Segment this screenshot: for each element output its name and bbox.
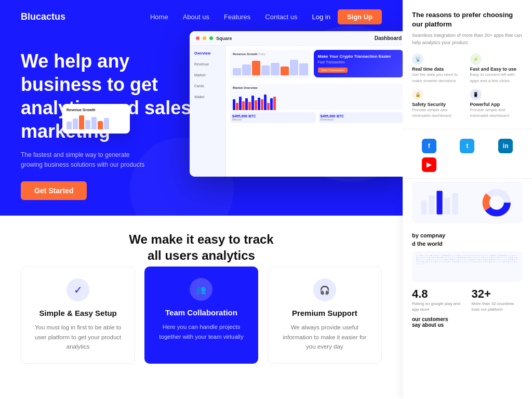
app-desc: Provide simple and minimalist dashboard bbox=[470, 107, 523, 118]
linkedin-icon: in bbox=[498, 139, 513, 153]
world-dot bbox=[451, 257, 453, 259]
main-section: Blucactus Home About us Features Contact… bbox=[0, 0, 403, 399]
get-started-button[interactable]: Get Started bbox=[21, 181, 87, 200]
feature-card-1: ✓ Simple & Easy Setup You must log in fi… bbox=[21, 267, 135, 363]
world-dot bbox=[429, 261, 430, 263]
stat-countries-value: 32+ bbox=[472, 287, 523, 301]
world-dot bbox=[429, 255, 430, 257]
world-dot bbox=[516, 257, 517, 259]
navbar: Blucactus Home About us Features Contact… bbox=[0, 0, 403, 34]
svg-rect-2 bbox=[436, 191, 442, 215]
world-dot bbox=[491, 255, 493, 257]
world-dot bbox=[420, 259, 422, 261]
world-dot bbox=[506, 261, 507, 263]
nav-contact[interactable]: Contact us bbox=[265, 13, 297, 21]
world-dot bbox=[512, 255, 513, 257]
feature-title-2: Team Collaboration bbox=[154, 308, 248, 317]
feature-icon-1: ✓ bbox=[66, 278, 89, 301]
social-youtube[interactable]: ▶ bbox=[412, 157, 446, 172]
world-dot bbox=[499, 255, 501, 257]
feature-title-1: Simple & Easy Setup bbox=[31, 309, 125, 317]
sidebar-item-revenue[interactable]: Revenue bbox=[193, 61, 222, 68]
world-dot bbox=[501, 259, 503, 261]
world-dot bbox=[416, 255, 418, 257]
world-dot bbox=[447, 257, 449, 259]
world-dot bbox=[460, 255, 461, 257]
world-dot bbox=[462, 261, 463, 263]
world-dot bbox=[451, 259, 453, 261]
sidebar-item-overview[interactable]: Overview bbox=[193, 50, 222, 57]
wallet-card-1: $495,900 BTC Bitcoin bbox=[230, 112, 316, 123]
crypto-cta[interactable]: Start Transaction bbox=[318, 68, 348, 73]
youtube-icon: ▶ bbox=[422, 157, 436, 172]
world-dot bbox=[437, 255, 438, 257]
world-dot bbox=[485, 259, 486, 261]
world-dot bbox=[506, 257, 507, 259]
world-dot bbox=[460, 261, 461, 263]
world-dot bbox=[418, 263, 420, 265]
world-dot bbox=[437, 261, 438, 263]
world-dot bbox=[458, 255, 459, 257]
brand-logo: Blucactus bbox=[21, 11, 65, 22]
nav-about[interactable]: About us bbox=[183, 13, 209, 21]
world-dot bbox=[474, 257, 476, 259]
stats-row: 4.8 Rating on google play and app store … bbox=[412, 287, 523, 312]
world-dot bbox=[445, 259, 447, 261]
nav-features[interactable]: Features bbox=[224, 13, 250, 21]
login-link[interactable]: Log in bbox=[312, 13, 330, 21]
world-dot bbox=[501, 255, 503, 257]
world-dot bbox=[447, 255, 449, 257]
world-dot bbox=[470, 255, 472, 257]
right-features-list: 📡 Real time data Get the data you need t… bbox=[412, 54, 523, 118]
world-dot bbox=[466, 259, 468, 261]
world-dot bbox=[514, 257, 515, 259]
world-dot bbox=[478, 259, 480, 261]
sidebar-item-cards[interactable]: Cards bbox=[193, 83, 222, 89]
world-dot bbox=[478, 255, 480, 257]
nav-home[interactable]: Home bbox=[150, 13, 168, 21]
preview-chart-svg bbox=[416, 186, 518, 219]
world-dot bbox=[449, 255, 451, 257]
realtime-desc: Get the data you need to make smarter de… bbox=[412, 72, 465, 83]
testimonials-title: our customerssay about us bbox=[412, 316, 523, 328]
social-twitter[interactable]: t bbox=[450, 139, 485, 153]
world-dot bbox=[443, 257, 445, 259]
social-facebook[interactable]: f bbox=[412, 139, 446, 153]
world-dot bbox=[470, 261, 472, 263]
world-dot bbox=[476, 255, 478, 257]
world-dot bbox=[512, 259, 513, 261]
world-dot bbox=[416, 261, 418, 263]
world-dot bbox=[483, 259, 484, 261]
right-panel: The reasons to prefer choosing our platf… bbox=[403, 0, 532, 399]
sidebar-item-market[interactable]: Market bbox=[193, 72, 222, 78]
world-dot bbox=[435, 257, 436, 259]
world-dot bbox=[441, 257, 443, 259]
world-dot bbox=[499, 259, 501, 261]
world-dot bbox=[439, 261, 441, 263]
world-dot bbox=[433, 257, 434, 259]
world-dot bbox=[508, 259, 509, 261]
world-dot bbox=[460, 259, 461, 261]
wallet-label-2: Ethereum bbox=[321, 118, 402, 121]
right-bottom: by compnayd the world 4.8 Rating on goog… bbox=[403, 227, 532, 333]
right-feature-row-2: 🔒 Safety Security Provide simple and min… bbox=[412, 89, 523, 118]
sidebar-item-wallet[interactable]: Wallet bbox=[193, 94, 222, 100]
world-dot bbox=[418, 255, 420, 257]
world-dot bbox=[478, 257, 480, 259]
world-dot bbox=[468, 261, 470, 263]
world-dot bbox=[489, 259, 490, 261]
mockup-main: Revenue Growth Daily bbox=[226, 46, 403, 177]
world-dot bbox=[503, 257, 505, 259]
world-dot bbox=[456, 255, 457, 257]
world-dot bbox=[456, 259, 457, 261]
world-dot bbox=[420, 263, 422, 265]
world-dot bbox=[462, 259, 463, 261]
feature-icon-2: 👥 bbox=[190, 278, 212, 301]
world-dot bbox=[441, 259, 443, 261]
right-panel-title: The reasons to prefer choosing our platf… bbox=[412, 10, 523, 29]
world-dot bbox=[458, 261, 459, 263]
world-dot bbox=[483, 257, 484, 259]
social-linkedin[interactable]: in bbox=[488, 139, 523, 153]
world-dot bbox=[422, 259, 424, 261]
signup-button[interactable]: Sign Up bbox=[338, 9, 382, 24]
